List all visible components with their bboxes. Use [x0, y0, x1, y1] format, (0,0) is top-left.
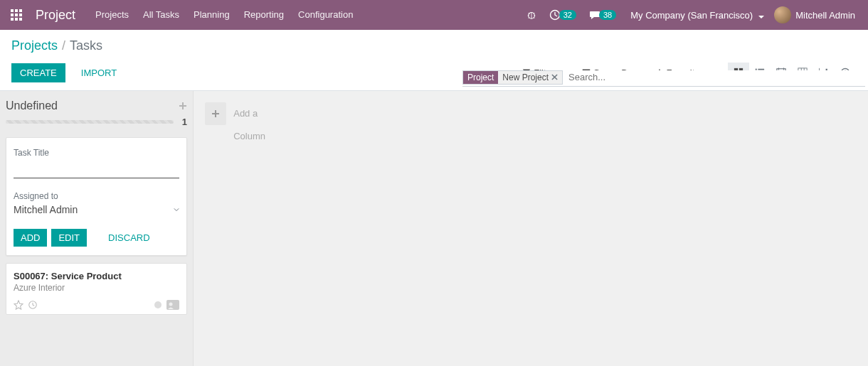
nav-link-planning[interactable]: Planning [186, 0, 237, 30]
nav-links: Projects All Tasks Planning Reporting Co… [88, 0, 360, 30]
svg-point-53 [169, 303, 173, 306]
svg-point-51 [154, 301, 162, 308]
svg-rect-5 [19, 14, 22, 16]
svg-rect-2 [19, 9, 22, 12]
svg-rect-0 [11, 9, 14, 12]
discard-button[interactable]: DISCARD [101, 229, 157, 247]
add-column-button[interactable] [205, 102, 226, 125]
nav-right: 32 38 My Company (San Francisco) Mitchel… [522, 0, 868, 30]
search-input[interactable] [563, 70, 865, 84]
breadcrumb-parent[interactable]: Projects [11, 38, 58, 53]
user-name: Mitchell Admin [795, 10, 855, 21]
nav-link-all-tasks[interactable]: All Tasks [136, 0, 186, 30]
edit-button[interactable]: EDIT [51, 229, 87, 247]
clock-small-icon [28, 300, 38, 310]
card-assignee-avatar[interactable] [166, 300, 179, 310]
search-bar: Project New Project [462, 68, 865, 87]
column-count: 1 [182, 117, 187, 127]
caret-down-icon [756, 10, 764, 21]
breadcrumb: Projects / Tasks [11, 38, 857, 53]
card-title: S00067: Service Product [14, 271, 179, 281]
kanban-view: Undefined 1 Task Title Assigned to Mitch… [0, 91, 868, 366]
add-column-label[interactable]: Add a Column [233, 102, 289, 148]
assigned-to-label: Assigned to [14, 191, 179, 201]
app-brand[interactable]: Project [33, 8, 88, 23]
plus-icon [211, 109, 220, 118]
svg-rect-3 [11, 14, 14, 16]
facet-value: New Project [502, 72, 549, 82]
svg-rect-4 [15, 14, 18, 16]
user-menu[interactable]: Mitchell Admin [774, 6, 862, 23]
svg-rect-6 [11, 18, 14, 21]
facet-remove-button[interactable] [551, 74, 558, 80]
card-activity[interactable] [28, 300, 38, 310]
breadcrumb-current: Tasks [70, 38, 102, 53]
add-button[interactable]: ADD [14, 229, 47, 247]
column-title[interactable]: Undefined [6, 99, 58, 112]
import-button[interactable]: IMPORT [73, 63, 125, 82]
chevron-down-icon [174, 207, 179, 212]
control-panel: Projects / Tasks Project New Project CRE… [0, 30, 868, 91]
company-switcher[interactable]: My Company (San Francisco) [625, 10, 770, 21]
messaging-button[interactable]: 38 [585, 0, 620, 30]
kanban-column-undefined: Undefined 1 Task Title Assigned to Mitch… [0, 91, 194, 366]
nav-link-reporting[interactable]: Reporting [237, 0, 291, 30]
svg-rect-7 [15, 18, 18, 21]
assigned-to-select[interactable]: Mitchell Admin [14, 201, 179, 219]
column-quick-add-button[interactable] [179, 102, 187, 110]
apps-menu-button[interactable] [0, 0, 33, 30]
kanban-card[interactable]: S00067: Service Product Azure Interior [6, 263, 187, 315]
activities-badge: 32 [559, 10, 576, 20]
svg-rect-52 [166, 300, 179, 310]
status-dot-icon [154, 301, 162, 309]
nav-link-configuration[interactable]: Configuration [291, 0, 360, 30]
card-priority-star[interactable] [14, 300, 23, 310]
create-button[interactable]: CREATE [11, 63, 65, 82]
apps-grid-icon [11, 9, 22, 21]
task-title-label: Task Title [14, 148, 179, 158]
search-facet: Project New Project [462, 70, 563, 85]
debug-icon-button[interactable] [522, 0, 541, 30]
navbar: Project Projects All Tasks Planning Repo… [0, 0, 868, 30]
add-column-area: Add a Column [194, 91, 300, 366]
card-subtitle: Azure Interior [14, 283, 179, 293]
avatar-placeholder-icon [166, 300, 179, 310]
breadcrumb-separator: / [62, 38, 65, 53]
column-progress-bar[interactable] [6, 120, 174, 124]
svg-rect-8 [19, 18, 22, 21]
activities-button[interactable]: 32 [545, 0, 581, 30]
task-title-input[interactable] [14, 161, 179, 178]
nav-link-projects[interactable]: Projects [88, 0, 136, 30]
bug-icon [526, 10, 536, 20]
facet-category: Project [463, 71, 498, 84]
avatar [774, 6, 791, 23]
close-icon [551, 74, 558, 80]
quick-create-form: Task Title Assigned to Mitchell Admin AD… [6, 137, 187, 256]
company-name: My Company (San Francisco) [630, 10, 753, 21]
messaging-badge: 38 [599, 10, 616, 20]
plus-icon [179, 102, 187, 110]
star-outline-icon [14, 300, 23, 310]
card-status-dot[interactable] [154, 301, 162, 309]
svg-rect-1 [15, 9, 18, 12]
assigned-to-value: Mitchell Admin [14, 204, 78, 215]
